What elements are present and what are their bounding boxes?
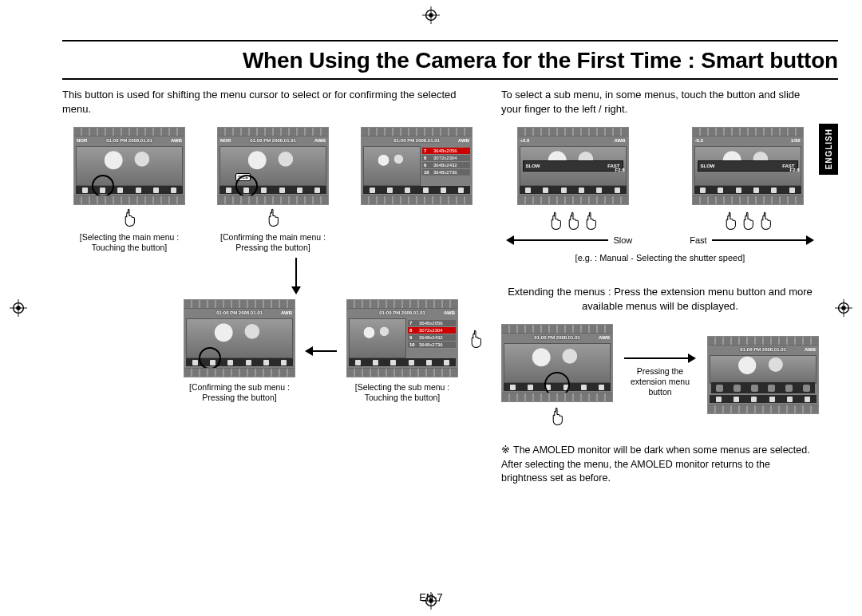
slow-label: Slow xyxy=(613,235,632,245)
hand-slide-icon xyxy=(722,208,773,231)
page-number: EN-7 xyxy=(419,591,443,603)
caption-select-sub: [Selecting the sub menu : Touching the b… xyxy=(346,382,458,403)
caption-select-main: [Selecting the main menu : Touching the … xyxy=(62,232,196,253)
arrow-right-icon xyxy=(624,353,696,363)
note-text: The AMOLED monitor will be dark when som… xyxy=(501,444,810,484)
right-column: To select a sub menu, in some menus, tou… xyxy=(501,88,819,486)
hand-press-icon xyxy=(549,407,565,426)
hand-touch-icon xyxy=(468,330,484,349)
arrow-down-icon xyxy=(291,258,301,294)
caption-confirm-sub: [Confirming the sub menu : Pressing the … xyxy=(184,382,295,403)
left-intro: This button is used for shifting the men… xyxy=(62,88,484,116)
language-tab-label: ENGLISH xyxy=(824,128,833,169)
note-symbol: ※ xyxy=(501,444,510,456)
arrow-left-icon xyxy=(506,235,608,245)
extend-intro: Extending the menus : Press the extensio… xyxy=(501,285,819,313)
camera-figure-slider-a: +2.0 AWB SLOW FAST F2.8 xyxy=(517,127,629,205)
example-caption: [e.g. : Manual - Selecting the shutter s… xyxy=(501,253,819,263)
size-menu-popup: 73648x2056 83072x2304 93648x2432 103648x… xyxy=(408,320,456,349)
camera-figure-confirm-main: NOR 01:00 PM 2008.01.01 AWB SIZE xyxy=(217,127,329,205)
content-area: When Using the Camera for the First Time… xyxy=(62,40,838,592)
manual-page: When Using the Camera for the First Time… xyxy=(0,0,862,616)
page-title: When Using the Camera for the First Time… xyxy=(62,40,838,80)
left-column: This button is used for shifting the men… xyxy=(62,88,484,486)
hand-press-icon xyxy=(265,208,281,227)
shutter-speed-slider: SLOW FAST xyxy=(523,160,623,172)
arrow-right-icon xyxy=(712,235,814,245)
caption-confirm-main: [Confirming the main menu : Pressing the… xyxy=(206,232,340,253)
camera-figure-select-sub: 01:00 PM 2008.01.01 AWB 73648x2056 83072… xyxy=(346,299,458,377)
extension-button-callout xyxy=(544,372,570,393)
svg-point-3 xyxy=(429,13,433,18)
arrow-left-icon xyxy=(305,346,337,356)
shutter-speed-slider: SLOW FAST xyxy=(698,160,798,172)
hand-slide-icon xyxy=(548,208,599,231)
camera-figure-after-extend: 01:00 PM 2008.01.01 AWB xyxy=(707,336,819,414)
hand-touch-icon xyxy=(121,208,137,227)
camera-figure-slider-b: -0.3 1/30 SLOW FAST F2.8 xyxy=(692,127,804,205)
size-menu-popup: 73648x2056 83072x2304 93648x2432 103648x… xyxy=(422,148,470,176)
amoled-note: ※The AMOLED monitor will be dark when so… xyxy=(501,444,819,486)
extended-menu-icons xyxy=(711,382,815,393)
camera-figure-select-main: NOR 01:00 PM 2008.01.01 AWB xyxy=(73,127,185,205)
camera-figure-menu-top: 01:00 PM 2008.01.01 AWB 73648x2056 83072… xyxy=(361,127,473,205)
language-tab: ENGLISH xyxy=(819,124,838,175)
fast-label: Fast xyxy=(690,235,706,245)
svg-point-11 xyxy=(16,306,21,310)
camera-figure-confirm-sub: 01:00 PM 2008.01.01 AWB xyxy=(184,299,295,377)
svg-point-15 xyxy=(841,306,846,310)
right-intro: To select a sub menu, in some menus, tou… xyxy=(501,88,819,116)
camera-figure-before-extend: 01:00 PM 2008.01.01 AWB xyxy=(501,324,613,402)
registration-mark-icon xyxy=(10,299,27,317)
press-extension-caption: Pressing the extension menu button xyxy=(624,366,696,397)
registration-mark-icon xyxy=(422,6,440,24)
